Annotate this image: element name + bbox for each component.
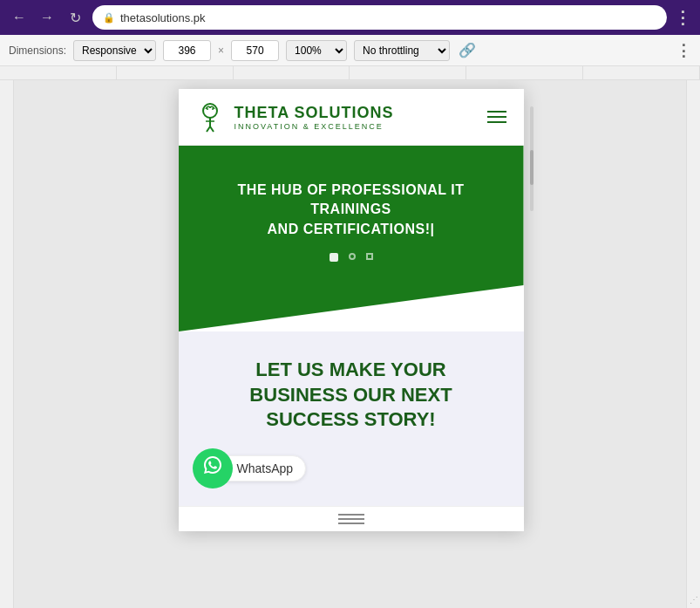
throttle-select[interactable]: No throttling xyxy=(354,40,450,61)
hero-dots xyxy=(196,253,506,262)
hamburger-menu[interactable] xyxy=(484,107,510,126)
cta-section: LET US MAKE YOUR BUSINESS OUR NEXT SUCCE… xyxy=(179,331,524,506)
logo-text-area: THETA SOLUTIONS INNOVATION & EXCELLENCE xyxy=(234,104,394,131)
url-text: thetasolutions.pk xyxy=(120,11,656,24)
browser-viewport: THETA SOLUTIONS INNOVATION & EXCELLENCE … xyxy=(14,80,700,608)
scrollbar[interactable] xyxy=(527,89,536,211)
svg-line-4 xyxy=(210,126,214,132)
hero-dot-2 xyxy=(349,253,356,260)
content-area: THETA SOLUTIONS INNOVATION & EXCELLENCE … xyxy=(0,80,700,608)
cta-title: LET US MAKE YOUR BUSINESS OUR NEXT SUCCE… xyxy=(196,358,506,433)
ruler-segment-5 xyxy=(466,66,583,79)
lock-icon: 🔒 xyxy=(103,12,115,24)
zoom-select[interactable]: 100% xyxy=(286,40,347,61)
hamburger-line-2 xyxy=(487,116,506,118)
address-bar[interactable]: 🔒 thetasolutions.pk xyxy=(92,5,667,30)
link-icon: 🔗 xyxy=(457,40,478,61)
whatsapp-icon xyxy=(201,454,224,482)
resize-handle: ⋰ xyxy=(690,595,698,605)
dimension-separator: × xyxy=(218,44,224,57)
svg-point-6 xyxy=(209,106,211,108)
forward-button[interactable]: → xyxy=(37,7,58,28)
ruler-segment-4 xyxy=(350,66,466,79)
svg-point-7 xyxy=(212,108,214,110)
whatsapp-label: WhatsApp xyxy=(226,455,307,482)
browser-more-button[interactable]: ⋮ xyxy=(674,7,691,28)
whatsapp-button[interactable]: WhatsApp xyxy=(193,448,307,488)
hero-section: THE HUB OF PROFESSIONAL IT TRAININGS AND… xyxy=(179,146,524,331)
ruler-segment-3 xyxy=(234,66,350,79)
ruler-segment-1 xyxy=(0,66,117,79)
width-input[interactable]: 396 xyxy=(163,40,211,61)
dimensions-label: Dimensions: xyxy=(9,44,66,57)
right-panel: ⋰ xyxy=(686,80,700,608)
back-button[interactable]: ← xyxy=(9,7,30,28)
bottom-line-2 xyxy=(338,518,364,520)
hero-dot-3 xyxy=(366,253,373,260)
browser-chrome: ← → ↻ 🔒 thetasolutions.pk ⋮ xyxy=(0,0,700,35)
svg-point-0 xyxy=(203,104,217,118)
dimensions-select[interactable]: Responsive xyxy=(73,40,156,61)
logo-area: THETA SOLUTIONS INNOVATION & EXCELLENCE xyxy=(193,99,394,134)
reload-button[interactable]: ↻ xyxy=(65,7,85,28)
logo-title: THETA SOLUTIONS xyxy=(234,104,394,122)
bottom-line-3 xyxy=(338,523,364,524)
height-input[interactable]: 570 xyxy=(231,40,279,61)
ruler-row xyxy=(0,66,700,80)
left-ruler xyxy=(0,80,14,608)
bottom-line-1 xyxy=(338,514,364,516)
whatsapp-circle xyxy=(193,448,233,488)
hero-title: THE HUB OF PROFESSIONAL IT TRAININGS AND… xyxy=(196,181,506,239)
devtools-toolbar: Dimensions: Responsive 396 × 570 100% No… xyxy=(0,35,700,66)
ruler-segment-6 xyxy=(583,66,700,79)
bottom-bar xyxy=(179,506,524,531)
mobile-frame: THETA SOLUTIONS INNOVATION & EXCELLENCE … xyxy=(179,89,524,531)
site-header: THETA SOLUTIONS INNOVATION & EXCELLENCE xyxy=(179,89,524,146)
logo-subtitle: INNOVATION & EXCELLENCE xyxy=(234,122,394,131)
toolbar-more-button[interactable]: ⋮ xyxy=(676,41,691,60)
ruler-segment-2 xyxy=(117,66,234,79)
svg-point-5 xyxy=(207,108,208,110)
bottom-lines xyxy=(338,514,364,524)
hero-dot-1 xyxy=(330,253,338,262)
hamburger-line-1 xyxy=(487,111,506,113)
hamburger-line-3 xyxy=(487,121,506,123)
logo-icon xyxy=(193,99,228,134)
